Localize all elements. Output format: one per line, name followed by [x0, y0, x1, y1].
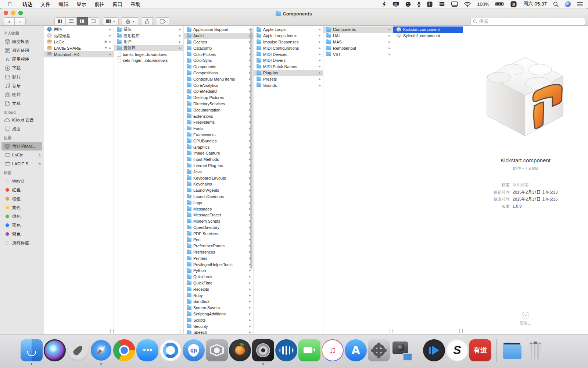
dock-app-app-store[interactable]: A — [345, 339, 367, 361]
search-field[interactable] — [470, 18, 585, 25]
sidebar-item-橙色[interactable]: 橙色 — [0, 194, 44, 203]
file-row-QuickTime[interactable]: QuickTime▶ — [184, 280, 253, 286]
sidebar-item-下载[interactable]: 下载 — [0, 64, 44, 72]
file-row-Screen Savers[interactable]: Screen Savers▶ — [184, 305, 253, 311]
dock-app-launchpad[interactable] — [67, 339, 89, 361]
dock-app-finder[interactable] — [21, 339, 43, 361]
file-row-用户[interactable]: 用户▶ — [114, 39, 183, 45]
file-row-sets-finger...ints.windows[interactable]: sets-finger...ints.windows — [114, 57, 183, 64]
gallery-view-button[interactable] — [88, 17, 99, 25]
dock-app-serato-dj[interactable] — [275, 339, 297, 361]
file-row-MIDI Drivers[interactable]: MIDI Drivers▶ — [254, 57, 323, 64]
eject-icon[interactable] — [38, 153, 42, 157]
edit-tags-button[interactable] — [157, 17, 169, 25]
file-row-Input Methods[interactable]: Input Methods▶ — [184, 156, 253, 163]
file-row-Components[interactable]: Components▶ — [184, 64, 253, 70]
menu-item-编辑[interactable]: 编辑 — [54, 1, 72, 7]
file-row-Graphics[interactable]: Graphics▶ — [184, 144, 253, 150]
sidebar-item-图片[interactable]: 图片 — [0, 90, 44, 99]
file-row-ColorSync[interactable]: ColorSync▶ — [184, 57, 253, 64]
menu-item-帮助[interactable]: 帮助 — [126, 1, 144, 7]
file-row-远程光盘[interactable]: 远程光盘▶ — [44, 33, 114, 39]
file-row-应用程序[interactable]: 应用程序▶ — [114, 33, 183, 39]
back-button[interactable]: ‹ — [4, 17, 15, 25]
column-resize-handle[interactable] — [390, 329, 393, 333]
siri-icon[interactable] — [565, 1, 571, 7]
notification-center-icon[interactable] — [577, 1, 583, 7]
battery-icon[interactable] — [495, 1, 504, 7]
file-row-CoreAnalytics[interactable]: CoreAnalytics▶ — [184, 82, 253, 88]
sidebar-item-音乐[interactable]: 音乐 — [0, 81, 44, 90]
display-icon[interactable] — [451, 1, 458, 7]
eject-icon[interactable] — [104, 46, 108, 50]
sidebar-item-影片[interactable]: 影片 — [0, 72, 44, 81]
close-button[interactable] — [4, 11, 8, 15]
dock-app-facetime[interactable] — [298, 339, 320, 361]
file-row-Plug-Ins[interactable]: Plug-Ins▶ — [254, 70, 323, 76]
column-resize-handle[interactable] — [320, 329, 323, 333]
wifi-icon[interactable] — [464, 1, 471, 7]
sidebar-item-桌面[interactable]: 桌面 — [0, 124, 44, 133]
column-resize-handle[interactable] — [180, 329, 183, 333]
file-row-系统[interactable]: 系统▶ — [114, 26, 183, 33]
zoom-button[interactable] — [18, 11, 23, 15]
file-row-Caches[interactable]: Caches▶ — [184, 39, 253, 45]
menu-item-前往[interactable]: 前往 — [90, 1, 108, 7]
file-row-Keychains[interactable]: Keychains▶ — [184, 181, 253, 187]
file-row-Compositions[interactable]: Compositions▶ — [184, 70, 253, 76]
file-row-Application Support[interactable]: Application Support▶ — [184, 26, 253, 33]
file-row-LaCie[interactable]: LaCie▶ — [44, 39, 114, 45]
dock-app-itunes[interactable]: ♫ — [322, 339, 344, 361]
share-button[interactable] — [142, 17, 153, 25]
sidebar-item-应用程序[interactable]: A应用程序 — [0, 55, 44, 64]
file-row-Keyboard Layouts[interactable]: Keyboard Layouts▶ — [184, 175, 253, 181]
file-row-Catacomb[interactable]: Catacomb▶ — [184, 45, 253, 51]
column-scrollbar[interactable] — [250, 28, 252, 269]
spotlight-search-icon[interactable] — [553, 1, 559, 7]
file-row-LaunchDaemons[interactable]: LaunchDaemons▶ — [184, 194, 253, 200]
sidebar-item-所有标签...[interactable]: 所有标签... — [0, 238, 44, 247]
list-view-button[interactable] — [66, 17, 77, 25]
sidebar-item-Way'D[interactable]: Way'D — [0, 177, 44, 185]
dock-app-system-preferences[interactable] — [368, 339, 390, 361]
file-row-PrivilegedHelperTools[interactable]: PrivilegedHelperTools▶ — [184, 261, 253, 268]
file-row-QuickLook[interactable]: QuickLook▶ — [184, 274, 253, 280]
dock-app-guitar-pro[interactable]: gp — [183, 339, 205, 361]
sidebar-item-蓝色[interactable]: 蓝色 — [0, 221, 44, 230]
sidebar-item-黄色[interactable]: 黄色 — [0, 203, 44, 212]
file-row-Kickstart.component[interactable]: Kickstart.component — [393, 26, 463, 33]
file-row-Sandbox[interactable]: Sandbox▶ — [184, 298, 253, 305]
file-row-Logs[interactable]: Logs▶ — [184, 199, 253, 206]
apple-menu-icon[interactable]:  — [8, 1, 12, 7]
file-row-DirectoryServices[interactable]: DirectoryServices▶ — [184, 101, 253, 107]
eject-icon[interactable] — [104, 40, 108, 43]
dock-app-camera-utility[interactable] — [391, 339, 413, 361]
file-row-OpenDirectory[interactable]: OpenDirectory▶ — [184, 224, 253, 231]
dock-app-fl-studio[interactable] — [229, 339, 251, 361]
sidebar-item-LACIE S...[interactable]: LACIE S... — [0, 159, 44, 168]
stack-icon[interactable] — [439, 1, 445, 7]
file-row-Fonts[interactable]: Fonts▶ — [184, 125, 253, 132]
file-row-Security[interactable]: Security▶ — [184, 323, 253, 329]
group-by-button[interactable]: ▼ — [103, 17, 119, 25]
icon-view-button[interactable] — [54, 17, 66, 25]
file-row-MIDI Patch Names[interactable]: MIDI Patch Names▶ — [254, 64, 323, 70]
mic-icon[interactable] — [417, 1, 421, 7]
minimize-button[interactable] — [11, 11, 15, 15]
dock-app-blue-ring-app[interactable] — [159, 339, 182, 361]
dock-app-media-player[interactable] — [423, 339, 445, 361]
file-row-Modem Scripts[interactable]: Modem Scripts▶ — [184, 218, 253, 224]
dock-app-rekordbox[interactable] — [206, 339, 228, 361]
menu-clock[interactable]: 周六 05:37 — [523, 1, 547, 7]
file-row-Extensions[interactable]: Extensions▶ — [184, 113, 253, 119]
file-row-Java[interactable]: Java▶ — [184, 169, 253, 175]
file-row-banks-finge...ts.windows[interactable]: banks-finge...ts.windows — [114, 51, 183, 57]
sidebar-item-隔空投送[interactable]: 隔空投送 — [0, 37, 44, 46]
file-row-Desktop Pictures[interactable]: Desktop Pictures▶ — [184, 95, 253, 101]
file-row-Python[interactable]: Python▶ — [184, 268, 253, 274]
file-row-ColorPickers[interactable]: ColorPickers▶ — [184, 51, 253, 57]
file-row-Filesystems[interactable]: Filesystems▶ — [184, 119, 253, 125]
file-row-GPUBundles[interactable]: GPUBundles▶ — [184, 138, 253, 144]
file-row-Preferences[interactable]: Preferences▶ — [184, 249, 253, 255]
file-row-Internet Plug-Ins[interactable]: Internet Plug-Ins▶ — [184, 163, 253, 169]
